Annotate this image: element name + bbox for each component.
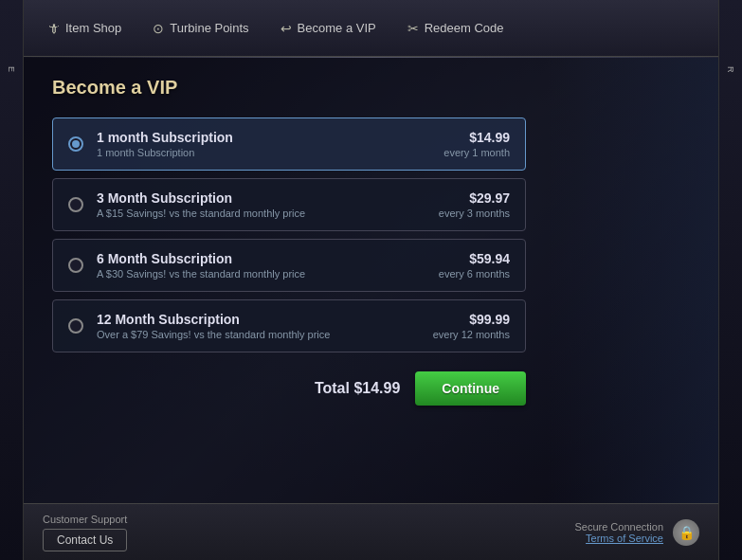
option-name-12month: 12 Month Subscription	[97, 312, 433, 327]
footer: Customer Support Contact Us Secure Conne…	[24, 503, 718, 560]
nav-shop-label: Item Shop	[65, 21, 121, 35]
price-amount-6month: $59.94	[439, 251, 510, 266]
subscription-option-1month[interactable]: 1 month Subscription 1 month Subscriptio…	[52, 117, 526, 171]
lock-icon: 🔒	[673, 519, 699, 546]
nav-item-vip[interactable]: ↩ Become a VIP	[267, 15, 389, 42]
redeem-icon: ✂	[407, 21, 419, 36]
footer-right-text: Secure Connection Terms of Service	[574, 521, 663, 544]
nav-item-redeem[interactable]: ✂ Redeem Code	[394, 15, 517, 42]
option-name-6month: 6 Month Subscription	[97, 251, 439, 266]
option-price-3month: $29.97 every 3 months	[439, 190, 510, 219]
footer-left: Customer Support Contact Us	[43, 514, 127, 551]
option-name-1month: 1 month Subscription	[97, 130, 443, 145]
option-desc-12month: Over a $79 Savings! vs the standard mont…	[97, 329, 433, 340]
nav-turbine-label: Turbine Points	[170, 21, 248, 35]
nav-vip-label: Become a VIP	[298, 21, 376, 35]
price-amount-1month: $14.99	[443, 130, 510, 145]
option-price-6month: $59.94 every 6 months	[439, 251, 510, 280]
radio-6month	[68, 258, 83, 273]
price-period-3month: every 3 months	[439, 208, 510, 219]
subscription-option-12month[interactable]: 12 Month Subscription Over a $79 Savings…	[52, 299, 526, 352]
content-area: Become a VIP 1 month Subscription 1 mont…	[24, 58, 718, 503]
footer-right: Secure Connection Terms of Service 🔒	[574, 519, 699, 546]
navbar: 🗡 Item Shop ⊙ Turbine Points ↩ Become a …	[24, 0, 718, 57]
total-label: Total $14.99	[315, 380, 400, 397]
option-details-3month: 3 Month Subscription A $15 Savings! vs t…	[97, 190, 439, 219]
page-title: Become a VIP	[52, 77, 690, 99]
price-amount-3month: $29.97	[439, 190, 510, 206]
tos-link[interactable]: Terms of Service	[574, 533, 663, 544]
shop-icon: 🗡	[46, 21, 60, 36]
option-name-3month: 3 Month Subscription	[97, 190, 439, 206]
radio-1month	[68, 136, 83, 152]
side-right-text: R	[726, 66, 735, 73]
side-panel-left: E	[0, 0, 24, 560]
price-period-6month: every 6 months	[439, 268, 510, 280]
nav-item-shop[interactable]: 🗡 Item Shop	[33, 15, 135, 42]
continue-button[interactable]: Continue	[415, 371, 526, 406]
side-panel-right: R	[718, 0, 742, 560]
option-desc-6month: A $30 Savings! vs the standard monthly p…	[97, 268, 439, 280]
contact-us-button[interactable]: Contact Us	[43, 529, 127, 551]
price-period-12month: every 12 months	[433, 329, 510, 340]
option-details-6month: 6 Month Subscription A $30 Savings! vs t…	[97, 251, 439, 280]
subscription-option-6month[interactable]: 6 Month Subscription A $30 Savings! vs t…	[52, 239, 526, 292]
price-period-1month: every 1 month	[443, 147, 510, 158]
main-container: 🗡 Item Shop ⊙ Turbine Points ↩ Become a …	[24, 0, 718, 560]
nav-redeem-label: Redeem Code	[425, 21, 504, 35]
action-row: Total $14.99 Continue	[52, 371, 526, 406]
option-desc-3month: A $15 Savings! vs the standard monthly p…	[97, 208, 439, 219]
option-price-1month: $14.99 every 1 month	[443, 130, 510, 158]
price-amount-12month: $99.99	[433, 312, 510, 327]
side-left-text: E	[7, 66, 16, 72]
nav-item-turbine[interactable]: ⊙ Turbine Points	[139, 15, 262, 42]
turbine-icon: ⊙	[153, 21, 164, 36]
subscription-list: 1 month Subscription 1 month Subscriptio…	[52, 117, 526, 352]
support-label: Customer Support	[43, 514, 127, 525]
subscription-option-3month[interactable]: 3 Month Subscription A $15 Savings! vs t…	[52, 178, 526, 231]
option-price-12month: $99.99 every 12 months	[433, 312, 510, 340]
radio-12month	[68, 318, 83, 334]
option-details-12month: 12 Month Subscription Over a $79 Savings…	[97, 312, 433, 340]
vip-icon: ↩	[281, 21, 292, 36]
option-details-1month: 1 month Subscription 1 month Subscriptio…	[97, 130, 443, 158]
radio-3month	[68, 197, 83, 212]
option-desc-1month: 1 month Subscription	[97, 147, 443, 158]
secure-label: Secure Connection	[574, 521, 663, 533]
